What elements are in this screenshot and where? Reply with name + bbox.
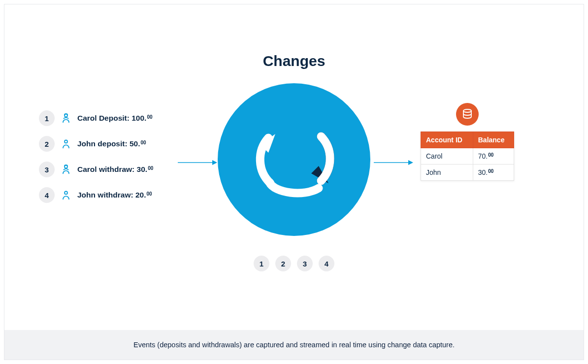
arrow-right-icon — [178, 159, 217, 160]
database-block: Account ID Balance Carol 70.00 John 30.0… — [418, 103, 517, 181]
diagram-title: Changes — [263, 53, 326, 69]
svg-point-1 — [65, 140, 67, 143]
table-row: Carol 70.00 — [421, 148, 514, 165]
col-balance: Balance — [473, 132, 514, 148]
event-row: 3 Carol withdraw: 30.00 — [39, 162, 153, 177]
cell-balance: 30.00 — [473, 165, 514, 181]
balance-table: Account ID Balance Carol 70.00 John 30.0… — [421, 132, 514, 181]
cell-account-id: John — [421, 165, 473, 181]
cell-account-id: Carol — [421, 148, 473, 165]
event-label: John deposit: 50.00 — [77, 139, 146, 148]
svg-point-10 — [463, 109, 471, 112]
event-label: John withdraw: 20.00 — [77, 191, 152, 199]
event-label: Carol Deposit: 100.00 — [77, 114, 153, 123]
person-female-icon — [61, 113, 71, 124]
col-account-id: Account ID — [421, 132, 473, 148]
step-badge: 2 — [275, 256, 291, 271]
diagram-main: Changes 1 Carol Deposit: 100.00 2 John d… — [4, 4, 584, 330]
person-male-icon — [61, 138, 71, 149]
event-number-badge: 4 — [39, 187, 55, 203]
step-badge: 4 — [319, 256, 334, 271]
event-number-badge: 1 — [39, 110, 55, 126]
event-row: 4 John withdraw: 20.00 — [39, 187, 153, 203]
event-number-badge: 3 — [39, 162, 55, 177]
svg-marker-5 — [212, 160, 217, 165]
event-label: Carol withdraw: 30.00 — [77, 165, 153, 174]
svg-marker-9 — [408, 160, 413, 165]
change-process-circle — [218, 83, 370, 236]
step-badge: 1 — [254, 256, 269, 271]
steps-indicator: 1 2 3 4 — [254, 256, 334, 271]
table-row: John 30.00 — [421, 165, 514, 181]
event-row: 2 John deposit: 50.00 — [39, 136, 153, 152]
svg-point-3 — [65, 191, 67, 194]
events-list: 1 Carol Deposit: 100.00 2 John deposit: … — [39, 110, 153, 213]
diagram-frame: Changes 1 Carol Deposit: 100.00 2 John d… — [4, 4, 584, 360]
event-number-badge: 2 — [39, 136, 55, 152]
cell-balance: 70.00 — [473, 148, 514, 165]
event-row: 1 Carol Deposit: 100.00 — [39, 110, 153, 126]
step-badge: 3 — [297, 256, 313, 271]
caption-bar: Events (deposits and withdrawals) are ca… — [4, 330, 584, 360]
person-male-icon — [61, 190, 71, 200]
arrow-right-icon — [374, 159, 413, 160]
change-arrows-icon — [245, 109, 343, 210]
database-icon — [456, 103, 479, 126]
person-female-icon — [61, 164, 71, 175]
table-header-row: Account ID Balance — [421, 132, 514, 148]
